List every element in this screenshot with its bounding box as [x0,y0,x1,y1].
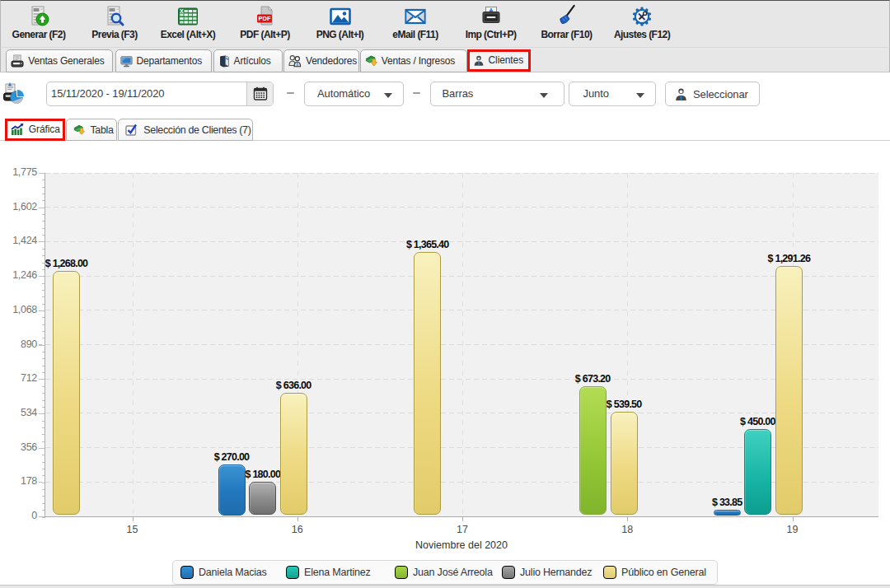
svg-text:X: X [180,8,184,14]
svg-text:PDF: PDF [258,15,270,22]
